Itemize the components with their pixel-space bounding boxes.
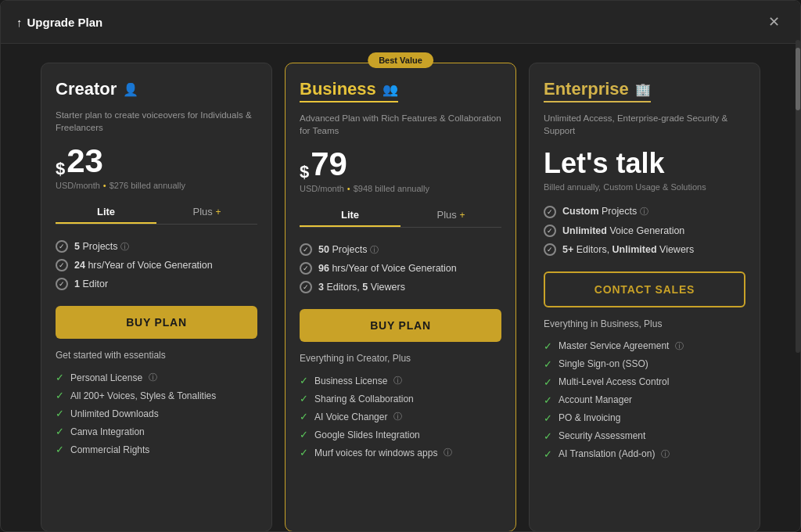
creator-section-title: Get started with essentials (56, 350, 257, 361)
creator-editors-label: 1 Editor (74, 279, 108, 289)
enterprise-name-row: Enterprise 🏢 (544, 79, 745, 107)
enterprise-plan-card: Enterprise 🏢 Unlimited Access, Enterpris… (529, 63, 760, 531)
creator-price-amount: 23 (66, 145, 103, 178)
enterprise-checklist-manager: ✓ Account Manager (544, 391, 745, 409)
business-editors-label: 3 Editors, 5 Viewers (318, 282, 405, 293)
business-checklist: ✓ Business License ⓘ ✓ Sharing & Collabo… (300, 372, 501, 462)
creator-tab-lite[interactable]: Lite (56, 201, 156, 224)
business-checklist-slides: ✓ Google Slides Integration (300, 426, 501, 444)
creator-price-dot: • (103, 181, 106, 190)
business-plan-icon: 👥 (383, 82, 398, 97)
business-tab-lite[interactable]: Lite (300, 204, 400, 227)
creator-buy-button[interactable]: BUY PLAN (56, 306, 257, 339)
business-checklist-sharing: ✓ Sharing & Collaboration (300, 390, 501, 408)
creator-checklist: ✓ Personal License ⓘ ✓ All 200+ Voices, … (56, 368, 257, 458)
creator-plan-icon: 👤 (123, 82, 138, 97)
creator-hours-label: 24 hrs/Year of Voice Generation (74, 260, 213, 271)
business-price-dot: • (347, 184, 350, 193)
enterprise-check-projects (544, 206, 556, 218)
business-buy-button[interactable]: BUY PLAN (300, 309, 501, 342)
enterprise-check-voice (544, 225, 556, 237)
creator-price-row: $ 23 (56, 145, 257, 178)
enterprise-feature-list: Custom Projects ⓘ Unlimited Voice Genera… (544, 203, 745, 259)
creator-checklist-canva: ✓ Canva Integration (56, 422, 257, 440)
business-plan-name: Business 👥 (300, 79, 398, 102)
enterprise-checklist-security: ✓ Security Assessment (544, 427, 745, 445)
creator-checklist-commercial: ✓ Commercial Rights (56, 440, 257, 458)
creator-name-row: Creator 👤 (56, 79, 257, 104)
creator-price-dollar: $ (56, 160, 65, 178)
business-price-amount: 79 (311, 148, 347, 181)
scrollbar[interactable] (796, 40, 800, 353)
creator-feature-list: 5 Projects ⓘ 24 hrs/Year of Voice Genera… (56, 237, 257, 293)
creator-plan-card: Creator 👤 Starter plan to create voiceov… (41, 63, 272, 531)
modal-header: ↑ Upgrade Plan ✕ (1, 1, 800, 44)
modal-title: ↑ Upgrade Plan (16, 16, 102, 29)
modal-container: ↑ Upgrade Plan ✕ Creator 👤 Starter plan … (0, 0, 801, 532)
business-projects-label: 50 Projects ⓘ (318, 244, 379, 256)
creator-price-meta: USD/month • $276 billed annually (56, 181, 257, 190)
business-tab-plus[interactable]: Plus + (400, 204, 501, 227)
creator-projects-label: 5 Projects ⓘ (74, 241, 129, 253)
enterprise-checklist-sso: ✓ Single Sign-on (SSO) (544, 355, 745, 373)
enterprise-price-sub: Billed annually, Custom Usage & Solution… (544, 182, 745, 192)
enterprise-plan-icon: 🏢 (635, 82, 651, 97)
creator-plan-desc: Starter plan to create voiceovers for In… (56, 109, 257, 134)
business-feature-list: 50 Projects ⓘ 96 hrs/Year of Voice Gener… (300, 240, 501, 297)
business-price-dollar: $ (300, 164, 309, 181)
business-price-meta: USD/month • $948 billed annually (300, 184, 501, 193)
business-checklist-license: ✓ Business License ⓘ (300, 372, 501, 390)
business-plan-desc: Advanced Plan with Rich Features & Colla… (300, 112, 501, 137)
best-value-badge: Best Value (368, 52, 433, 68)
enterprise-plan-name: Enterprise 🏢 (544, 79, 651, 102)
enterprise-check-editors (544, 243, 556, 256)
scrollbar-thumb (796, 48, 800, 110)
creator-tabs-row: Lite Plus + (56, 201, 257, 225)
modal-body: Creator 👤 Starter plan to create voiceov… (1, 44, 800, 531)
creator-checklist-voices: ✓ All 200+ Voices, Styles & Tonalities (56, 386, 257, 404)
close-button[interactable]: ✕ (763, 12, 785, 32)
creator-name-text: Creator (56, 79, 117, 99)
enterprise-lets-talk: Let's talk (544, 148, 745, 179)
enterprise-checklist-access: ✓ Multi-Level Access Control (544, 373, 745, 391)
business-name-text: Business (300, 79, 376, 99)
business-section-title: Everything in Creator, Plus (300, 353, 501, 364)
business-feature-projects: 50 Projects ⓘ (300, 240, 501, 259)
business-feature-editors: 3 Editors, 5 Viewers (300, 278, 501, 297)
enterprise-feature-voice: Unlimited Voice Generation (544, 221, 745, 240)
business-checklist-windows: ✓ Murf voices for windows apps ⓘ (300, 444, 501, 462)
enterprise-feature-editors: 5+ Editors, Unlimited Viewers (544, 240, 745, 259)
creator-plan-name: Creator 👤 (56, 79, 257, 99)
business-plan-card: Best Value Business 👥 Advanced Plan with… (285, 63, 516, 531)
business-billed-label: $948 billed annually (354, 184, 429, 193)
enterprise-feature-projects: Custom Projects ⓘ (544, 203, 745, 221)
enterprise-voice-label: Unlimited Voice Generation (562, 225, 684, 236)
business-feature-hours: 96 hrs/Year of Voice Generation (300, 259, 501, 278)
creator-feature-hours: 24 hrs/Year of Voice Generation (56, 256, 257, 275)
enterprise-checklist: ✓ Master Service Agreement ⓘ ✓ Single Si… (544, 337, 745, 463)
enterprise-contact-button[interactable]: CONTACT SALES (544, 271, 745, 307)
creator-checklist-license: ✓ Personal License ⓘ (56, 368, 257, 386)
creator-usd-label: USD/month (56, 181, 100, 190)
creator-check-editors (56, 278, 68, 290)
modal-title-text: Upgrade Plan (27, 16, 103, 29)
creator-feature-editors: 1 Editor (56, 275, 257, 293)
business-hours-label: 96 hrs/Year of Voice Generation (318, 263, 457, 274)
creator-feature-projects: 5 Projects ⓘ (56, 237, 257, 256)
business-usd-label: USD/month (300, 184, 344, 193)
enterprise-checklist-invoicing: ✓ PO & Invoicing (544, 409, 745, 427)
enterprise-section-title: Everything in Business, Plus (544, 318, 745, 329)
creator-check-hours (56, 259, 68, 271)
enterprise-checklist-translation: ✓ AI Translation (Add-on) ⓘ (544, 445, 745, 463)
business-name-row: Business 👥 (300, 79, 501, 107)
enterprise-name-text: Enterprise (544, 79, 629, 99)
enterprise-editors-label: 5+ Editors, Unlimited Viewers (562, 244, 694, 255)
business-tabs-row: Lite Plus + (300, 204, 501, 228)
business-check-editors (300, 281, 312, 293)
creator-tab-plus[interactable]: Plus + (156, 201, 257, 224)
creator-check-projects (56, 240, 68, 253)
business-price-row: $ 79 (300, 148, 501, 181)
enterprise-projects-label: Custom Projects ⓘ (562, 206, 648, 217)
creator-billed-label: $276 billed annually (110, 181, 185, 190)
business-checklist-voice-changer: ✓ AI Voice Changer ⓘ (300, 408, 501, 426)
